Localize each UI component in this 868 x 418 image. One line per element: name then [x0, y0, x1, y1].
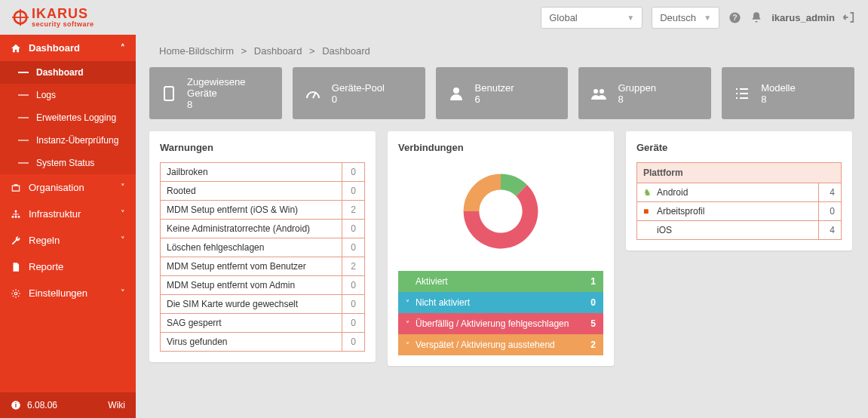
- warning-label: Virus gefunden: [161, 333, 342, 352]
- connection-label: Aktiviert: [416, 276, 448, 287]
- warning-count: 2: [342, 257, 365, 276]
- connection-label: Überfällig / Aktivierung fehlgeschlagen: [416, 318, 569, 329]
- warning-row[interactable]: Virus gefunden0: [161, 333, 365, 352]
- dash-icon: [18, 140, 29, 141]
- chevron-down-icon: ˅: [121, 288, 125, 298]
- connection-row[interactable]: ˅Nicht aktiviert0: [398, 292, 603, 313]
- breadcrumb: Home-Bildschirm > Dashboard > Dashboard: [157, 45, 854, 57]
- warning-label: MDM Setup entfernt (iOS & Win): [161, 201, 342, 220]
- dash-icon: [18, 117, 29, 118]
- svg-point-15: [593, 89, 598, 94]
- connection-row[interactable]: ˅Aktiviert1: [398, 271, 603, 292]
- stat-card-user[interactable]: Benutzer6: [436, 67, 569, 119]
- stat-label: Gruppen: [618, 82, 656, 94]
- logout-icon[interactable]: [842, 11, 856, 24]
- device-row[interactable]: ♞Android4: [637, 183, 842, 202]
- sidebar-item-dashboard[interactable]: Dashboard ˄: [0, 35, 136, 61]
- brand-tagline: security software: [32, 20, 94, 28]
- stat-card-users[interactable]: Gruppen8: [578, 67, 711, 119]
- breadcrumb-item[interactable]: Dashboard: [254, 45, 302, 57]
- devices-title: Geräte: [636, 142, 842, 153]
- warning-row[interactable]: MDM Setup entfernt vom Benutzer2: [161, 257, 365, 276]
- dash-icon: [18, 94, 29, 96]
- warning-row[interactable]: Löschen fehlgeschlagen0: [161, 238, 365, 257]
- sidebar-sub-label: Instanz-Überprüfung: [36, 135, 118, 146]
- sidebar-label: Reporte: [29, 261, 63, 272]
- breadcrumb-item[interactable]: Home-Bildschirm: [159, 45, 234, 57]
- chevron-down-icon: ▼: [704, 14, 711, 22]
- sidebar-sub-item[interactable]: System Status: [0, 152, 136, 174]
- chevron-down-icon: ˅: [406, 341, 409, 349]
- wrench-icon: [11, 235, 21, 246]
- stat-card-gauge[interactable]: Geräte-Pool0: [293, 67, 425, 119]
- user-menu[interactable]: ikarus_admin: [771, 11, 856, 24]
- connections-title: Verbindungen: [398, 142, 603, 153]
- chevron-down-icon: ˅: [121, 183, 125, 192]
- device-label: ■Arbeitsprofil: [637, 202, 819, 221]
- connections-legend: ˅Aktiviert1˅Nicht aktiviert0˅Überfällig …: [398, 271, 603, 355]
- svg-point-6: [11, 216, 14, 218]
- device-row[interactable]: iOS4: [637, 221, 842, 240]
- sidebar-sub-label: Erweitertes Logging: [36, 112, 116, 123]
- help-icon[interactable]: ?: [728, 11, 741, 24]
- svg-point-8: [18, 216, 20, 218]
- username: ikarus_admin: [771, 12, 835, 23]
- stat-label: Modelle: [761, 82, 796, 94]
- bell-icon[interactable]: [750, 11, 762, 23]
- stat-label: Geräte-Pool: [332, 82, 385, 94]
- sidebar-sub-item[interactable]: Dashboard: [0, 61, 136, 84]
- brand-logo[interactable]: IKARUS security software: [12, 7, 94, 28]
- wiki-link[interactable]: Wiki: [108, 400, 125, 410]
- connection-label: Nicht aktiviert: [416, 297, 470, 308]
- warning-row[interactable]: MDM Setup entfernt (iOS & Win)2: [161, 201, 365, 220]
- sidebar-sub-item[interactable]: Instanz-Überprüfung: [0, 129, 136, 152]
- sidebar-label: Organisation: [29, 182, 84, 193]
- connection-count: 2: [590, 340, 596, 350]
- stats-row: Zugewiesene Geräte8Geräte-Pool0Benutzer6…: [149, 67, 854, 119]
- version-label: 6.08.06: [27, 400, 57, 410]
- dash-icon: [18, 162, 29, 164]
- file-icon: [11, 262, 21, 272]
- warning-row[interactable]: MDM Setup entfernt vom Admin0: [161, 276, 365, 295]
- warnings-title: Warnungen: [160, 142, 365, 153]
- chevron-up-icon: ˄: [121, 43, 125, 53]
- sidebar-sub-item[interactable]: Erweitertes Logging: [0, 106, 136, 129]
- stat-value: 8: [187, 99, 271, 110]
- warning-row[interactable]: Rooted0: [161, 182, 365, 201]
- user-icon: [446, 84, 466, 103]
- sidebar-label: Infrastruktur: [29, 208, 81, 220]
- warning-row[interactable]: Keine Administratorrechte (Android)0: [161, 220, 365, 238]
- device-count: 4: [819, 221, 842, 240]
- stat-value: 8: [761, 94, 796, 105]
- warning-row[interactable]: Die SIM Karte wurde gewechselt0: [161, 295, 365, 314]
- sidebar-item-regeln[interactable]: Regeln˅: [0, 227, 136, 254]
- stat-card-tablet[interactable]: Zugewiesene Geräte8: [149, 67, 282, 119]
- sidebar-sub-item[interactable]: Logs: [0, 84, 136, 106]
- donut-slice: [464, 174, 501, 211]
- device-row[interactable]: ■Arbeitsprofil0: [637, 202, 842, 221]
- list-icon: [732, 84, 752, 103]
- sidebar-item-infrastruktur[interactable]: Infrastruktur˅: [0, 201, 136, 227]
- language-dropdown[interactable]: Deutsch ▼: [652, 7, 719, 29]
- connection-row[interactable]: ˅Verspätet / Aktivierung ausstehend2: [398, 334, 603, 355]
- sidebar-item-reporte[interactable]: Reporte: [0, 254, 136, 280]
- sidebar-item-einstellungen[interactable]: Einstellungen˅: [0, 280, 136, 306]
- warning-label: MDM Setup entfernt vom Benutzer: [161, 257, 342, 276]
- warning-count: 0: [342, 163, 365, 182]
- warning-label: Jailbroken: [161, 163, 342, 182]
- warning-count: 0: [342, 276, 365, 295]
- chevron-down-icon: ▼: [627, 14, 634, 22]
- warning-label: Rooted: [161, 182, 342, 201]
- warning-label: Löschen fehlgeschlagen: [161, 238, 342, 257]
- sidebar: Dashboard ˄ DashboardLogsErweitertes Log…: [0, 35, 136, 418]
- connection-row[interactable]: ˅Überfällig / Aktivierung fehlgeschlagen…: [398, 313, 603, 334]
- sidebar-item-organisation[interactable]: Organisation˅: [0, 174, 136, 201]
- warning-row[interactable]: SAG gesperrt0: [161, 314, 365, 333]
- warning-row[interactable]: Jailbroken0: [161, 163, 365, 182]
- scope-dropdown[interactable]: Global ▼: [541, 7, 643, 29]
- svg-rect-12: [164, 87, 173, 100]
- devices-header: Plattform: [637, 163, 842, 183]
- stat-card-list[interactable]: Modelle8: [722, 67, 854, 119]
- sidebar-sub-label: System Status: [36, 158, 94, 168]
- dash-icon: [18, 72, 29, 73]
